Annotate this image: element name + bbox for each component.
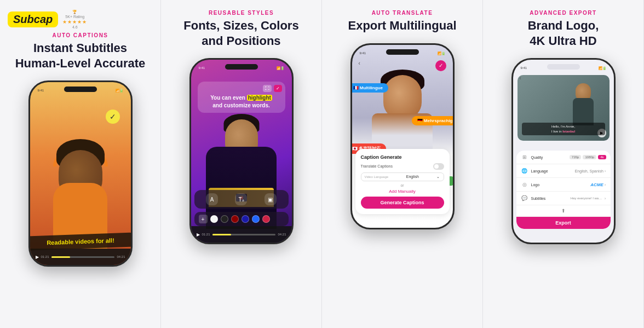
- back-arrow-icon[interactable]: ‹: [359, 60, 360, 66]
- export-icon-row: ⬆: [516, 205, 611, 217]
- quality-720p[interactable]: 720p: [570, 155, 581, 159]
- timeline-progress: [51, 256, 71, 258]
- phone-1-bottom: ▶ 01:21 04:21: [30, 249, 131, 265]
- time-end: 04:21: [117, 255, 125, 258]
- language-select[interactable]: Video Language English ⌄: [361, 172, 444, 181]
- pill-multilingue-top: 🇫🇷 Multilingue: [350, 83, 388, 93]
- video-subtitle-overlay: Hello, I'm Annie,I live in Istanbul: [520, 122, 607, 136]
- rating-stars: ★★★★★: [62, 19, 87, 25]
- phone-2-frame: 9:41 📶🔋 ⛶ ✓ You can even highlightand cu…: [189, 58, 294, 244]
- add-icon[interactable]: +: [199, 215, 208, 223]
- back-arrow-icon-4[interactable]: ‹: [520, 75, 521, 81]
- quality-1080p[interactable]: 1080p: [583, 155, 596, 159]
- person-in-video: [571, 83, 596, 127]
- phone-4-frame: 9:41 📶🔋 ‹ Hello, I'm Annie,I live in Ist…: [511, 58, 616, 244]
- rating-badge: 🏆 5K+ Rating ★★★★★ 4.6: [62, 10, 87, 29]
- color-red[interactable]: [262, 215, 270, 223]
- language-label: Language: [531, 169, 575, 173]
- phone-2-icons: 📶🔋: [277, 66, 284, 70]
- phone-3-icons: 📶🔋: [438, 51, 445, 55]
- phone-3-time: 9:41: [360, 51, 366, 55]
- video-language-label: Video Language: [365, 175, 389, 179]
- panel-auto-captions: Subcap 🏆 5K+ Rating ★★★★★ 4.6 AUTO CAPTI…: [0, 0, 161, 328]
- panel4-title-line2: 4K Ultra HD: [530, 34, 596, 48]
- language-row: 🌐 Language English, Spanish ›: [516, 164, 611, 178]
- phone-4-status: 9:41 📶🔋: [521, 66, 606, 70]
- language-icon: 🌐: [521, 167, 528, 175]
- p3-face: [383, 75, 422, 119]
- panel4-title: Brand Logo, 4K Ultra HD: [528, 18, 599, 48]
- p2-time-start: 01:21: [202, 233, 210, 236]
- acme-logo: ACME: [590, 182, 603, 187]
- phone-4: 9:41 📶🔋 ‹ Hello, I'm Annie,I live in Ist…: [511, 58, 616, 244]
- panel2-tag: REUSABLE STYLES: [209, 10, 274, 16]
- quality-4k[interactable]: 4k: [598, 155, 606, 159]
- checkmark-badge: ✓: [106, 110, 120, 124]
- subcap-logo-area: Subcap 🏆 5K+ Rating ★★★★★ 4.6: [8, 10, 87, 29]
- layout-icon: ▣: [264, 193, 277, 205]
- subtitles-icon: 💬: [521, 194, 528, 202]
- panel4-tag: ADVANCED EXPORT: [530, 10, 596, 16]
- color-darkblue[interactable]: [242, 215, 249, 223]
- phone-2-status: 9:41 📶🔋: [199, 66, 284, 70]
- language-chevron: ›: [605, 169, 606, 174]
- settings-panel: ⊞ Quality 720p 1080p 4k 🌐 Language Engli…: [516, 151, 611, 229]
- subtitles-row: 💬 Subtitles Hey everyone! I wanted to ta…: [516, 192, 611, 205]
- timeline-2: [212, 234, 276, 235]
- video-thumbnail: Hello, I'm Annie,I live in Istanbul ▶: [518, 75, 610, 141]
- language-value: English, Spanish: [575, 169, 603, 173]
- panel1-tag: AUTO CAPTIONS: [52, 32, 108, 38]
- text-icon: A: [206, 193, 218, 205]
- color-black[interactable]: [221, 215, 228, 223]
- quality-row: ⊞ Quality 720p 1080p 4k: [516, 151, 611, 164]
- translate-row: Translate Captions: [361, 163, 444, 170]
- subtitles-value: Hey everyone! I wanted to talk about som…: [571, 197, 603, 200]
- caption-generate-panel: Caption Generate Translate Captions Vide…: [355, 149, 450, 214]
- phone-1-icons: 📶🔋: [116, 89, 123, 93]
- panel2-title-line1: Fonts, Sizes, Colors: [183, 19, 298, 32]
- phone-1-status: 9:41 📶🔋: [38, 89, 123, 93]
- play-icon-2: ▶: [197, 232, 200, 237]
- or-text: or: [361, 183, 444, 187]
- panel4-title-line1: Brand Logo,: [528, 19, 599, 32]
- translate-toggle[interactable]: [433, 163, 444, 170]
- add-manually-btn[interactable]: Add Manually: [361, 189, 444, 194]
- chevron-down-icon: ⌄: [436, 175, 440, 179]
- phone-3: 9:41 📶🔋 ‹ ✓ 🇫🇷 Multilingue 🇩🇪 Mehrsprach…: [350, 43, 455, 229]
- phone-3-check: ✓: [435, 60, 446, 71]
- rating-value: 4.6: [72, 25, 78, 29]
- color-darkred[interactable]: [231, 215, 239, 223]
- panel1-title-line1: Instant Subtitles: [33, 41, 127, 55]
- panel2-title: Fonts, Sizes, Colors and Positions: [183, 18, 298, 48]
- trophy-icon: 🏆: [72, 10, 77, 14]
- quality-icon: ⊞: [521, 153, 528, 161]
- panel-advanced-export: ADVANCED EXPORT Brand Logo, 4K Ultra HD …: [483, 0, 644, 328]
- export-button[interactable]: Export: [516, 217, 611, 229]
- subcap-brand: Subcap: [8, 11, 58, 27]
- panel3-title: Export Multilingual: [348, 18, 457, 33]
- cg-title: Caption Generate: [361, 154, 444, 160]
- subtitle-bubble-text: You can even highlightand customize word…: [201, 94, 282, 110]
- logo-row: ◎ Logo ACME ›: [516, 178, 611, 192]
- pill-mehrsprachig: 🇩🇪 Mehrsprachig: [412, 116, 455, 125]
- panel1-title-line2: Human-Level Accurate: [15, 56, 146, 70]
- color-white[interactable]: [210, 215, 218, 223]
- istanbul-text: Istanbul: [562, 130, 575, 133]
- phone-2: 9:41 📶🔋 ⛶ ✓ You can even highlightand cu…: [189, 58, 294, 244]
- time-start: 01:21: [41, 255, 49, 258]
- upload-icon: ⬆: [561, 208, 566, 214]
- highlight-word: highlight: [247, 95, 272, 101]
- phone-1-frame: 9:41 📶🔋 ✓ Readable videos for all! ▶ 01:…: [28, 80, 133, 267]
- phone-4-icons: 📶🔋: [599, 66, 606, 70]
- translate-label: Translate Captions: [361, 164, 393, 168]
- quality-label: Quality: [531, 156, 570, 159]
- panel1-title: Instant Subtitles Human-Level Accurate: [15, 41, 146, 71]
- quality-options: 720p 1080p 4k: [570, 155, 606, 159]
- panel3-tag: AUTO TRANSLATE: [372, 10, 433, 16]
- timeline: [51, 256, 115, 258]
- rating-label: 5K+ Rating: [65, 15, 84, 19]
- panel-reusable-styles: REUSABLE STYLES Fonts, Sizes, Colors and…: [161, 0, 322, 328]
- logo-chevron: ›: [605, 182, 606, 187]
- color-blue[interactable]: [252, 215, 260, 223]
- generate-btn[interactable]: Generate Captions: [361, 197, 444, 209]
